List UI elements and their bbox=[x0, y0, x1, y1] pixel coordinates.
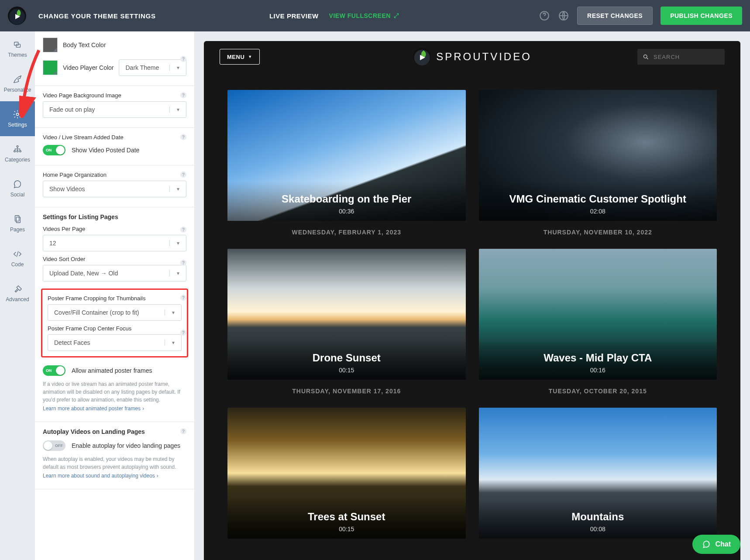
app-logo[interactable] bbox=[8, 7, 26, 25]
video-player-color-label: Video Player Color bbox=[63, 64, 114, 71]
video-thumbnail[interactable]: Trees at Sunset 00:15 bbox=[227, 408, 466, 539]
animated-poster-link[interactable]: Learn more about animated poster frames … bbox=[43, 405, 144, 412]
nav-settings[interactable]: Settings bbox=[0, 101, 35, 136]
video-thumbnail[interactable]: Waves - Mid Play CTA 00:16 bbox=[479, 249, 717, 380]
video-duration: 02:08 bbox=[590, 208, 606, 215]
left-nav-rail: Themes Personalize Settings Categories S… bbox=[0, 31, 35, 560]
section-colors: Body Text Color ? Video Player Color Dar… bbox=[35, 31, 194, 86]
sort-label: Video Sort Order bbox=[43, 256, 186, 262]
added-date-label: Video / Live Stream Added Date bbox=[43, 134, 186, 141]
help-icon[interactable]: ? bbox=[180, 260, 186, 266]
autoplay-toggle[interactable]: OFF bbox=[43, 440, 65, 451]
nav-personalize[interactable]: Personalize bbox=[0, 66, 35, 101]
section-home-org: ? Home Page Organization Show Videos ▾ bbox=[35, 165, 194, 207]
home-org-label: Home Page Organization bbox=[43, 172, 186, 178]
search-input[interactable]: SEARCH bbox=[637, 49, 725, 65]
video-card[interactable]: Mountains 00:08 bbox=[479, 408, 717, 539]
video-duration: 00:36 bbox=[339, 208, 354, 215]
help-icon[interactable]: ? bbox=[180, 92, 186, 98]
autoplay-header: Autoplay Videos on Landing Pages bbox=[43, 428, 186, 435]
video-card[interactable]: VMG Cinematic Customer Spotlight 02:08 T… bbox=[479, 90, 717, 236]
videos-per-page-select[interactable]: 12 ▾ bbox=[43, 235, 186, 251]
brand[interactable]: SPROUTVIDEO bbox=[413, 48, 532, 66]
svg-point-8 bbox=[17, 151, 18, 152]
svg-point-7 bbox=[14, 151, 16, 152]
section-added-date: ? Video / Live Stream Added Date ON Show… bbox=[35, 128, 194, 165]
section-listing: Settings for Listing Pages ? Videos Per … bbox=[35, 207, 194, 422]
globe-icon[interactable] bbox=[558, 10, 569, 21]
help-icon[interactable]: ? bbox=[180, 172, 186, 178]
video-player-color-swatch[interactable] bbox=[43, 60, 58, 75]
bg-image-select[interactable]: Fade out on play ▾ bbox=[43, 101, 186, 118]
bg-image-label: Video Page Background Image bbox=[43, 92, 186, 99]
svg-point-5 bbox=[16, 113, 19, 116]
focus-label: Poster Frame Crop Center Focus bbox=[48, 325, 182, 332]
help-icon[interactable]: ? bbox=[180, 134, 186, 140]
video-title: Trees at Sunset bbox=[299, 511, 394, 523]
autoplay-toggle-label: Enable autoplay for video landing pages bbox=[72, 442, 180, 449]
live-preview-label: LIVE PREVIEW bbox=[269, 12, 319, 20]
video-duration: 00:15 bbox=[339, 367, 354, 374]
show-posted-date-toggle[interactable]: ON bbox=[43, 145, 65, 155]
videos-per-page-label: Videos Per Page bbox=[43, 226, 186, 232]
nav-social[interactable]: Social bbox=[0, 171, 35, 206]
help-icon[interactable]: ? bbox=[180, 56, 186, 62]
home-org-select[interactable]: Show Videos ▾ bbox=[43, 181, 186, 197]
body-text-color-label: Body Text Color bbox=[63, 41, 106, 48]
preview-header: MENU ▼ SPROUTVIDEO SEARCH bbox=[204, 41, 740, 72]
video-card[interactable]: Waves - Mid Play CTA 00:16 TUESDAY, OCTO… bbox=[479, 249, 717, 395]
body-text-color-swatch[interactable] bbox=[43, 38, 58, 52]
section-autoplay: ? Autoplay Videos on Landing Pages OFF E… bbox=[35, 422, 194, 489]
video-title: Drone Sunset bbox=[304, 352, 389, 364]
publish-changes-button[interactable]: PUBLISH CHANGES bbox=[661, 7, 742, 25]
autoplay-note: When autoplay is enabled, your videos ma… bbox=[43, 455, 186, 471]
video-duration: 00:08 bbox=[590, 526, 606, 533]
autoplay-link[interactable]: Learn more about sound and autoplaying v… bbox=[43, 473, 158, 479]
show-posted-date-label: Show Video Posted Date bbox=[72, 147, 139, 154]
video-thumbnail[interactable]: VMG Cinematic Customer Spotlight 02:08 bbox=[479, 90, 717, 221]
menu-button[interactable]: MENU ▼ bbox=[220, 49, 260, 65]
video-date: WEDNESDAY, FEBRUARY 1, 2023 bbox=[227, 229, 466, 236]
highlighted-crop-settings: ? Poster Frame Cropping for Thumbnails C… bbox=[41, 289, 188, 357]
nav-categories[interactable]: Categories bbox=[0, 136, 35, 171]
sort-select[interactable]: Upload Date, New → Old ▾ bbox=[43, 265, 186, 282]
focus-select[interactable]: Detect Faces ▾ bbox=[48, 334, 182, 351]
video-duration: 00:16 bbox=[590, 367, 606, 374]
help-icon[interactable]: ? bbox=[180, 330, 186, 336]
page-title: CHANGE YOUR THEME SETTINGS bbox=[38, 12, 156, 20]
help-icon[interactable]: ? bbox=[180, 227, 186, 233]
preview-frame: MENU ▼ SPROUTVIDEO SEARCH Skateboarding … bbox=[204, 41, 740, 560]
nav-advanced[interactable]: Advanced bbox=[0, 276, 35, 311]
svg-point-13 bbox=[644, 55, 647, 58]
help-icon[interactable] bbox=[539, 10, 550, 21]
help-icon[interactable]: ? bbox=[180, 295, 186, 301]
svg-rect-11 bbox=[16, 217, 20, 223]
video-title: Waves - Mid Play CTA bbox=[535, 352, 661, 364]
video-grid: Skateboarding on the Pier 00:36 WEDNESDA… bbox=[204, 72, 740, 556]
video-thumbnail[interactable]: Drone Sunset 00:15 bbox=[227, 249, 466, 380]
reset-changes-button[interactable]: RESET CHANGES bbox=[577, 7, 653, 25]
crop-select[interactable]: Cover/Fill Container (crop to fit) ▾ bbox=[48, 304, 182, 321]
listing-header: Settings for Listing Pages bbox=[43, 213, 186, 220]
live-preview: MENU ▼ SPROUTVIDEO SEARCH Skateboarding … bbox=[194, 31, 750, 560]
chat-button[interactable]: Chat bbox=[692, 535, 740, 554]
video-card[interactable]: Trees at Sunset 00:15 bbox=[227, 408, 466, 539]
video-duration: 00:15 bbox=[339, 526, 354, 533]
view-fullscreen-link[interactable]: VIEW FULLSCREEN bbox=[329, 12, 399, 19]
video-card[interactable]: Drone Sunset 00:15 THURSDAY, NOVEMBER 17… bbox=[227, 249, 466, 395]
video-player-color-select[interactable]: Dark Theme ▾ bbox=[119, 59, 186, 76]
video-card[interactable]: Skateboarding on the Pier 00:36 WEDNESDA… bbox=[227, 90, 466, 236]
video-thumbnail[interactable]: Mountains 00:08 bbox=[479, 408, 717, 539]
settings-panel: Body Text Color ? Video Player Color Dar… bbox=[35, 31, 194, 560]
help-icon[interactable]: ? bbox=[180, 428, 186, 434]
nav-themes[interactable]: Themes bbox=[0, 31, 35, 66]
search-icon bbox=[643, 54, 649, 60]
animated-poster-toggle[interactable]: ON bbox=[43, 365, 65, 376]
video-title: Skateboarding on the Pier bbox=[273, 193, 420, 205]
nav-code[interactable]: Code bbox=[0, 241, 35, 276]
video-thumbnail[interactable]: Skateboarding on the Pier 00:36 bbox=[227, 90, 466, 221]
video-date: THURSDAY, NOVEMBER 17, 2016 bbox=[227, 388, 466, 395]
video-date: THURSDAY, NOVEMBER 10, 2022 bbox=[479, 229, 717, 236]
svg-point-9 bbox=[20, 151, 21, 152]
nav-pages[interactable]: Pages bbox=[0, 206, 35, 241]
